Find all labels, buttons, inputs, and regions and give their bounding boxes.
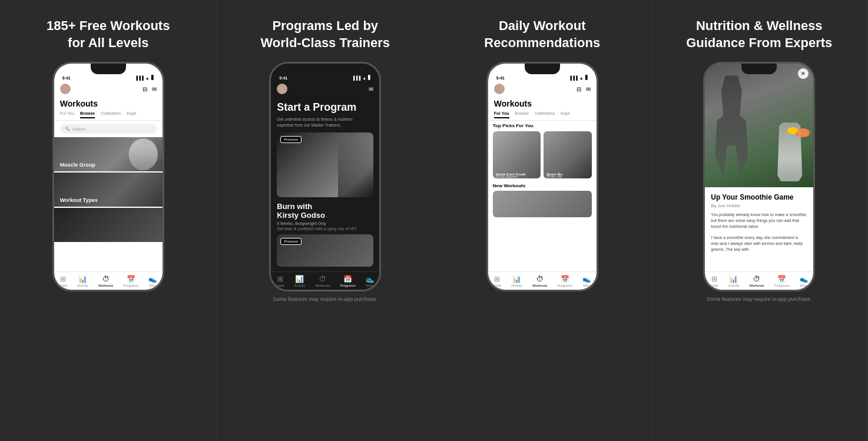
signal-icon: ▐▐▐ (135, 76, 144, 80)
bookmark-icon[interactable]: ⊟ (143, 86, 147, 92)
article-author: By Joe Holder (711, 203, 807, 208)
time-3: 9:41 (496, 76, 505, 80)
hero-premium-badge: Premium (280, 136, 302, 143)
tab-browse-3[interactable]: Browse (515, 111, 529, 118)
tab-workouts-label-3: Workouts (532, 284, 547, 287)
tab-shop-1[interactable]: 👟 Shop (148, 275, 157, 287)
shop-icon: 👟 (148, 275, 157, 283)
tab-activity-label: Activity (77, 284, 88, 287)
screen2-content: Start a Program Get unlimited access to … (271, 97, 379, 271)
category-extra[interactable] (54, 208, 163, 242)
tab-for-you-3[interactable]: For You (494, 111, 509, 118)
tab-feed-4[interactable]: ⊞ Feed (710, 275, 718, 287)
panel-1-title: 185+ Free Workouts for All Levels (47, 18, 170, 51)
tab-workouts-1[interactable]: ⏱ Workouts (98, 275, 113, 287)
section-top-picks: Top Picks For You (493, 123, 592, 128)
tab-activity-2[interactable]: 📊 Activity (294, 275, 305, 287)
activity-icon: 📊 (78, 275, 87, 283)
tab-for-you[interactable]: For You (60, 111, 74, 118)
workout-card-2[interactable]: Boxer Bu 30 min, Inte (544, 131, 592, 178)
wifi-icon: ▲ (145, 76, 150, 80)
tab-programs-1[interactable]: 📅 Programs (123, 275, 138, 287)
app-header-1: ⊟ ✉ (54, 81, 163, 97)
search-icon: 🔍 (65, 127, 70, 131)
tab-feed-label-3: Feed (493, 284, 501, 287)
tab-activity-4[interactable]: 📊 Activity (728, 275, 739, 287)
program-detail: 6 Weeks, Bodyweight Only (277, 221, 373, 226)
tab-shop-2[interactable]: 👟 Shop (366, 275, 375, 287)
status-icons-1: ▐▐▐ ▲ ▋ (135, 75, 154, 80)
shop-icon-4: 👟 (800, 275, 809, 283)
search-bar-1[interactable]: 🔍 Search (60, 124, 157, 134)
tab-activity-1[interactable]: 📊 Activity (77, 275, 88, 287)
tab-collections[interactable]: Collections (101, 111, 121, 118)
panel-4: Nutrition & Wellness Guidance From Exper… (651, 0, 869, 441)
tab-feed-1[interactable]: ⊞ Feed (59, 275, 67, 287)
activity-icon-4: 📊 (729, 275, 738, 283)
tab-workouts-2[interactable]: ⏱ Workouts (315, 275, 330, 287)
tab-shop-4[interactable]: 👟 Shop (800, 275, 809, 287)
tab-programs-3[interactable]: 📅 Programs (557, 275, 572, 287)
notch-3 (525, 64, 560, 74)
new-workouts-label: New Workouts (493, 183, 592, 188)
screen-4: ✕ Up Your Smoothie Game By Joe Holder Yo… (705, 64, 813, 290)
tab-experts-3[interactable]: Expe (561, 111, 570, 118)
tab-programs-4[interactable]: 📅 Programs (774, 275, 790, 287)
bottom-tab-bar-3: ⊞ Feed 📊 Activity ⏱ Workouts 📅 Programs … (488, 271, 597, 290)
workout-card-1[interactable]: Quick Core Crush 10 min, Beginner (493, 131, 541, 178)
panel-3-title: Daily Workout Recommendations (484, 18, 600, 51)
tab-experts[interactable]: Expe (127, 111, 136, 118)
tab-feed-3[interactable]: ⊞ Feed (493, 275, 501, 287)
tab-shop-label-3: Shop (583, 284, 591, 287)
program-title: Start a Program (277, 101, 373, 114)
article-title: Up Your Smoothie Game (711, 193, 807, 201)
panel-1: 185+ Free Workouts for All Levels 9:41 ▐… (0, 0, 217, 441)
battery-icon: ▋ (151, 75, 154, 80)
bookmark-icon-3[interactable]: ⊟ (577, 86, 581, 92)
footnote-4: Some features may require in-app purchas… (707, 296, 811, 302)
phone-1: 9:41 ▐▐▐ ▲ ▋ ⊟ ✉ Workouts For You Browse… (52, 62, 164, 291)
tab-activity-label-2: Activity (294, 284, 305, 287)
program-card-title: Burn with Kirsty Godso (277, 202, 373, 220)
program-hero[interactable]: Premium (277, 132, 373, 197)
bottom-tab-bar-4: ⊞ Feed 📊 Activity ⏱ Workouts 📅 Programs … (705, 271, 813, 290)
tab-feed-2[interactable]: ⊞ Feed (276, 275, 284, 287)
tab-workouts-3[interactable]: ⏱ Workouts (532, 275, 547, 287)
time-1: 9:41 (62, 76, 71, 80)
mail-icon-2[interactable]: ✉ (369, 86, 373, 92)
workouts-icon: ⏱ (102, 275, 110, 283)
feed-icon-4: ⊞ (711, 275, 717, 283)
tab-shop-3[interactable]: 👟 Shop (582, 275, 591, 287)
tab-browse[interactable]: Browse (80, 111, 95, 118)
tab-programs-2[interactable]: 📅 Programs (340, 275, 356, 287)
article-body: You probably already know how to make a … (711, 212, 807, 253)
mail-icon[interactable]: ✉ (152, 86, 157, 92)
bottom-tab-bar-1: ⊞ Feed 📊 Activity ⏱ Workouts 📅 Programs … (54, 271, 163, 290)
category-label-muscle: Muscle Group (60, 162, 95, 168)
tab-shop-label-4: Shop (800, 284, 808, 287)
program-card2[interactable]: Premium (277, 234, 373, 267)
tab-collections-3[interactable]: Collections (535, 111, 555, 118)
category-muscle[interactable]: Muscle Group (54, 137, 163, 171)
tab-feed-label-2: Feed (276, 284, 284, 287)
header-icons-1: ⊟ ✉ (143, 86, 157, 92)
tab-workouts-4[interactable]: ⏱ Workouts (749, 275, 764, 287)
tab-nav-1: For You Browse Collections Expe (54, 110, 163, 121)
tab-workouts-label: Workouts (98, 284, 113, 287)
header-icons-2: ✉ (369, 86, 373, 92)
bottom-tab-bar-2: ⊞ Feed 📊 Activity ⏱ Workouts 📅 Programs … (271, 271, 379, 290)
tab-activity-3[interactable]: 📊 Activity (511, 275, 522, 287)
wifi-icon-2: ▲ (362, 76, 366, 80)
activity-icon-3: 📊 (512, 275, 521, 283)
workouts-icon-2: ⏱ (319, 275, 326, 283)
program-desc: Get lean & confident with a spicy mix of… (277, 227, 373, 231)
new-workout-thumb[interactable] (493, 191, 592, 217)
header-icons-3: ⊟ ✉ (577, 86, 591, 92)
tab-shop-label: Shop (149, 284, 157, 287)
category-workout[interactable]: Workout Types (54, 173, 163, 207)
mail-icon-3[interactable]: ✉ (586, 86, 591, 92)
tab-feed-label-4: Feed (710, 284, 718, 287)
wifi-icon-3: ▲ (579, 76, 584, 80)
app-header-2: ✉ (271, 81, 379, 97)
tab-nav-3: For You Browse Collections Expe (488, 110, 597, 121)
